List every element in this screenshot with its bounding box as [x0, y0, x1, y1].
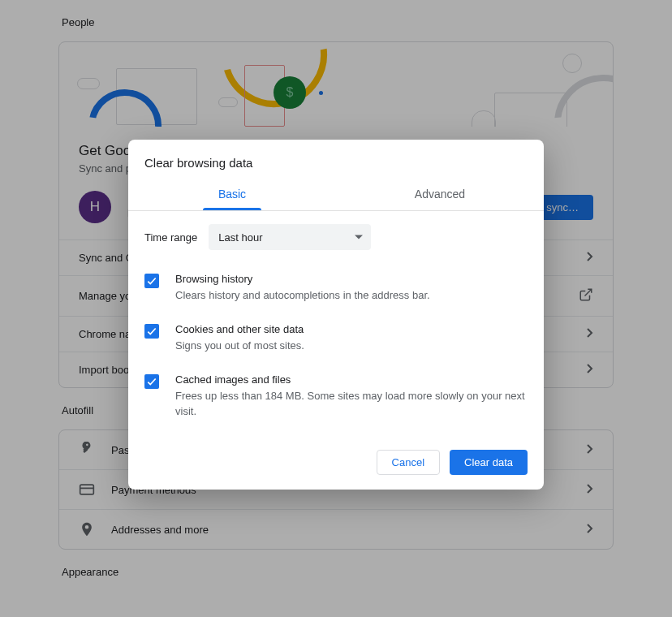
checkbox-browsing-history[interactable]: [144, 274, 159, 288]
dialog-actions: Cancel Clear data: [128, 437, 544, 490]
check-title: Cookies and other site data: [175, 323, 304, 335]
check-cookies: Cookies and other site data Signs you ou…: [144, 315, 528, 365]
caret-down-icon: [355, 235, 363, 239]
check-cache: Cached images and files Frees up less th…: [144, 365, 528, 431]
dialog-title: Clear browsing data: [128, 140, 544, 179]
check-title: Browsing history: [175, 273, 430, 285]
check-desc: Clears history and autocompletions in th…: [175, 288, 430, 304]
check-desc: Signs you out of most sites.: [175, 339, 304, 354]
time-range-label: Time range: [144, 231, 197, 244]
dialog-scrim: Clear browsing data Basic Advanced Time …: [0, 0, 672, 617]
checkbox-cookies[interactable]: [144, 324, 159, 339]
checkbox-cache[interactable]: [144, 374, 159, 389]
dialog-tabs: Basic Advanced: [128, 179, 544, 211]
check-desc: Frees up less than 184 MB. Some sites ma…: [175, 389, 528, 420]
cancel-button[interactable]: Cancel: [377, 450, 440, 475]
clear-browsing-data-dialog: Clear browsing data Basic Advanced Time …: [128, 140, 544, 490]
time-range-row: Time range Last hour: [144, 224, 528, 250]
tab-basic[interactable]: Basic: [128, 179, 336, 210]
check-title: Cached images and files: [175, 373, 528, 386]
check-browsing-history: Browsing history Clears history and auto…: [144, 265, 528, 315]
time-range-select[interactable]: Last hour: [209, 224, 371, 250]
tab-advanced[interactable]: Advanced: [336, 179, 544, 210]
time-range-value: Last hour: [218, 231, 262, 244]
clear-data-button[interactable]: Clear data: [450, 450, 528, 475]
dialog-body: Time range Last hour Browsing history Cl…: [128, 211, 544, 437]
